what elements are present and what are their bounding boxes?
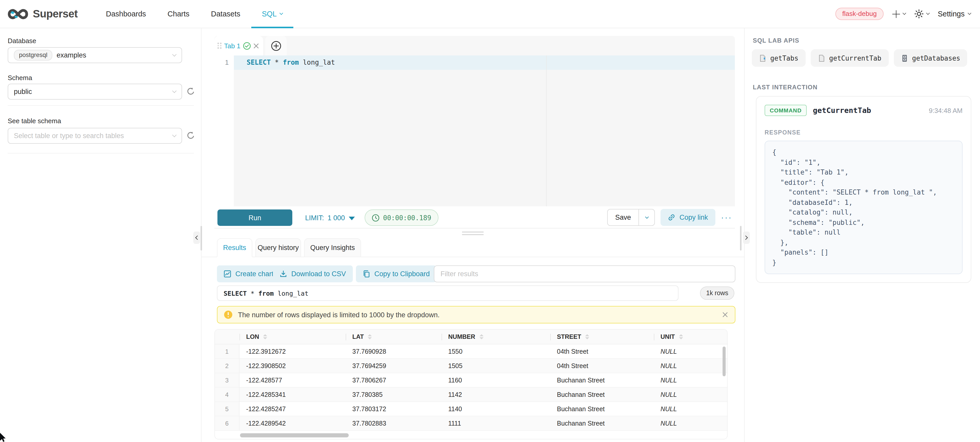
- cell-number: 1142: [442, 388, 550, 401]
- panel-resize-handle[interactable]: [462, 231, 484, 235]
- sort-icon: [368, 334, 372, 339]
- drag-handle-icon[interactable]: [218, 43, 221, 49]
- table-row[interactable]: 1 -122.3912672 37.7690928 1550 04th Stre…: [215, 345, 727, 359]
- refresh-icon: [186, 131, 196, 140]
- nav-item-sql[interactable]: SQL: [251, 0, 293, 28]
- chevron-down-icon: [172, 133, 177, 137]
- new-item-menu-button[interactable]: [892, 10, 905, 18]
- json-line: }: [772, 257, 955, 268]
- left-panel-resize-bar[interactable]: [200, 226, 202, 251]
- query-tab-title: Tab 1: [224, 42, 240, 49]
- tab-query-insights[interactable]: Query Insights: [304, 238, 361, 257]
- superset-logo[interactable]: Superset: [8, 8, 78, 20]
- get-tabs-button[interactable]: getTabs: [752, 49, 806, 67]
- save-button[interactable]: Save: [608, 209, 638, 225]
- chevron-down-icon: [902, 11, 906, 15]
- json-line: "panels": []: [772, 247, 955, 257]
- database-select[interactable]: postgresql examples: [8, 47, 182, 63]
- copy-link-label: Copy link: [679, 214, 708, 221]
- warning-text: The number of rows displayed is limited …: [238, 311, 439, 319]
- line-number: 1: [214, 56, 234, 70]
- nav-item-charts[interactable]: Charts: [157, 0, 200, 28]
- sql-code-line: SELECT * from long_lat: [247, 56, 335, 70]
- download-csv-button[interactable]: Download to CSV: [273, 265, 353, 282]
- column-header-number[interactable]: NUMBER: [442, 330, 550, 344]
- query-tab-1[interactable]: Tab 1: [214, 36, 263, 56]
- column-header-street[interactable]: STREET: [550, 330, 654, 344]
- sort-icon: [263, 334, 267, 339]
- table-row[interactable]: 5 -122.4285247 37.7803172 1140 Buchanan …: [215, 402, 727, 416]
- column-header-unit[interactable]: UNIT: [654, 330, 727, 344]
- column-header-lon[interactable]: LON: [240, 330, 346, 344]
- nav-item-datasets[interactable]: Datasets: [200, 0, 251, 28]
- nav-item-dashboards[interactable]: Dashboards: [95, 0, 157, 28]
- table-row[interactable]: 4 -122.4285341 37.780385 1142 Buchanan S…: [215, 388, 727, 402]
- right-panel-resize-bar[interactable]: [740, 226, 741, 251]
- sql-keyword: SELECT: [224, 289, 247, 297]
- more-actions-button[interactable]: ···: [721, 209, 732, 226]
- table-select[interactable]: Select table or type to search tables: [8, 128, 182, 144]
- column-label: LON: [246, 333, 259, 340]
- command-name: getCurrentTab: [813, 106, 871, 115]
- create-chart-button[interactable]: Create chart: [217, 265, 280, 282]
- table-row[interactable]: 3 -122.428577 37.7806267 1160 Buchanan S…: [215, 373, 727, 388]
- column-label: UNIT: [660, 333, 675, 340]
- superset-infinity-icon: [8, 8, 28, 19]
- close-icon: [722, 311, 728, 318]
- collapse-left-panel-button[interactable]: [193, 231, 200, 244]
- limit-dropdown[interactable]: LIMIT: 1 000: [305, 209, 355, 226]
- sql-lab-left-panel: Database postgresql examples Schema publ…: [0, 28, 202, 442]
- copy-link-button[interactable]: Copy link: [660, 209, 715, 226]
- save-options-button[interactable]: [638, 209, 654, 225]
- tab-results[interactable]: Results: [217, 238, 252, 257]
- sort-icon: [479, 334, 483, 339]
- vertical-scrollbar[interactable]: [722, 346, 725, 376]
- print-margin-line: [546, 56, 547, 206]
- executed-query-preview: SELECT * from long_lat: [217, 286, 678, 301]
- cell-street: Buchanan Street: [550, 402, 654, 416]
- json-line: "schema": "public",: [772, 217, 955, 227]
- json-line: {: [772, 147, 955, 157]
- tab-label: Query Insights: [310, 244, 355, 252]
- api-button-label: getCurrentTab: [829, 54, 881, 62]
- tab-query-history[interactable]: Query history: [255, 238, 301, 257]
- cell-lon: -122.3908502: [240, 359, 346, 373]
- row-number: 4: [215, 388, 240, 401]
- filter-results-input[interactable]: [434, 265, 735, 282]
- run-query-button[interactable]: Run: [218, 209, 292, 226]
- settings-menu-button[interactable]: Settings: [938, 10, 971, 18]
- response-label: RESPONSE: [765, 129, 963, 136]
- table-row[interactable]: 2 -122.3908502 37.7694259 1505 04th Stre…: [215, 359, 727, 373]
- chevron-down-icon: [279, 11, 283, 15]
- caret-down-icon: [348, 216, 355, 220]
- row-number: 6: [215, 416, 240, 430]
- save-split-button: Save: [607, 209, 655, 226]
- refresh-schemas-button[interactable]: [186, 87, 196, 97]
- get-current-tab-button[interactable]: getCurrentTab: [811, 49, 889, 67]
- chevron-left-icon: [196, 236, 200, 240]
- clock-icon: [372, 214, 380, 222]
- schema-select[interactable]: public: [8, 84, 182, 100]
- theme-menu-button[interactable]: [914, 9, 929, 19]
- table-schema-label: See table schema: [8, 117, 61, 125]
- create-chart-label: Create chart: [235, 270, 274, 278]
- column-header-lat[interactable]: LAT: [346, 330, 442, 344]
- json-line: "content": "SELECT * from long_lat ",: [772, 187, 955, 197]
- copy-to-clipboard-label: Copy to Clipboard: [374, 270, 430, 278]
- sql-code-editor[interactable]: 1 SELECT * from long_lat: [214, 56, 735, 206]
- expand-right-panel-button[interactable]: [743, 231, 750, 244]
- table-row[interactable]: 6 -122.4289542 37.7802883 1111 Buchanan …: [215, 416, 727, 431]
- close-warning-button[interactable]: [722, 311, 728, 318]
- cell-unit: NULL: [654, 373, 727, 387]
- add-tab-button[interactable]: [265, 36, 287, 56]
- sql-keyword: from: [258, 289, 274, 297]
- horizontal-scrollbar[interactable]: [240, 433, 349, 437]
- refresh-tables-button[interactable]: [186, 131, 196, 141]
- plus-icon: [892, 10, 900, 18]
- mouse-cursor: [0, 433, 7, 442]
- copy-to-clipboard-button[interactable]: Copy to Clipboard: [356, 265, 436, 282]
- row-number-header: [215, 330, 240, 344]
- tab-label: Results: [223, 244, 246, 252]
- close-icon[interactable]: [253, 43, 259, 48]
- get-databases-button[interactable]: getDatabases: [894, 49, 967, 67]
